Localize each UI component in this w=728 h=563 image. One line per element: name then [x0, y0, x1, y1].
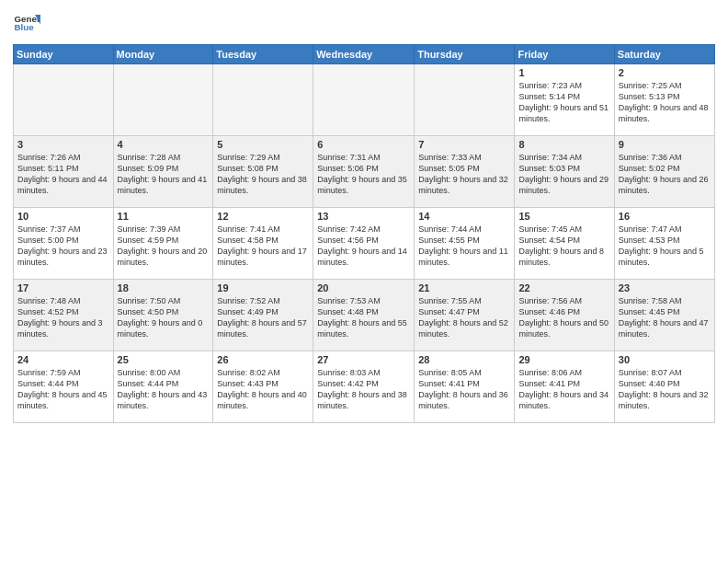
day-info: Sunrise: 7:58 AMSunset: 4:45 PMDaylight:… [619, 295, 711, 340]
day-info: Sunrise: 7:53 AMSunset: 4:48 PMDaylight:… [317, 295, 410, 340]
day-info: Sunrise: 7:23 AMSunset: 5:14 PMDaylight:… [518, 80, 609, 125]
day-cell-30: 30Sunrise: 8:07 AMSunset: 4:40 PMDayligh… [614, 351, 714, 423]
day-info: Sunrise: 7:28 AMSunset: 5:09 PMDaylight:… [118, 152, 210, 197]
day-cell-6: 6Sunrise: 7:31 AMSunset: 5:06 PMDaylight… [313, 136, 415, 208]
day-cell-empty-0 [14, 64, 114, 136]
day-cell-20: 20Sunrise: 7:53 AMSunset: 4:48 PMDayligh… [313, 280, 415, 351]
day-cell-5: 5Sunrise: 7:29 AMSunset: 5:08 PMDaylight… [213, 136, 313, 208]
day-info: Sunrise: 8:07 AMSunset: 4:40 PMDaylight:… [619, 367, 711, 412]
day-number: 7 [418, 139, 510, 150]
day-cell-4: 4Sunrise: 7:28 AMSunset: 5:09 PMDaylight… [113, 136, 213, 208]
day-cell-empty-4 [415, 64, 515, 136]
day-number: 14 [418, 211, 510, 222]
day-cell-21: 21Sunrise: 7:55 AMSunset: 4:47 PMDayligh… [415, 280, 515, 351]
day-number: 21 [418, 282, 510, 293]
day-cell-26: 26Sunrise: 8:02 AMSunset: 4:43 PMDayligh… [213, 351, 313, 423]
day-cell-15: 15Sunrise: 7:45 AMSunset: 4:54 PMDayligh… [515, 208, 614, 280]
day-number: 13 [317, 211, 410, 222]
day-cell-9: 9Sunrise: 7:36 AMSunset: 5:02 PMDaylight… [614, 136, 714, 208]
day-cell-empty-3 [313, 64, 415, 136]
day-info: Sunrise: 7:45 AMSunset: 4:54 PMDaylight:… [518, 224, 609, 269]
day-info: Sunrise: 7:31 AMSunset: 5:06 PMDaylight:… [317, 152, 410, 197]
day-cell-empty-2 [213, 64, 313, 136]
col-header-monday: Monday [113, 45, 213, 64]
week-row-4: 17Sunrise: 7:48 AMSunset: 4:52 PMDayligh… [14, 280, 715, 351]
day-info: Sunrise: 7:36 AMSunset: 5:02 PMDaylight:… [619, 152, 711, 197]
day-info: Sunrise: 7:39 AMSunset: 4:59 PMDaylight:… [118, 224, 210, 269]
svg-text:Blue: Blue [15, 22, 35, 32]
day-info: Sunrise: 8:00 AMSunset: 4:44 PMDaylight:… [118, 367, 210, 412]
day-number: 23 [619, 282, 711, 293]
day-number: 29 [518, 354, 609, 365]
day-number: 20 [317, 282, 410, 293]
day-number: 5 [217, 139, 309, 150]
day-number: 6 [317, 139, 410, 150]
day-info: Sunrise: 7:42 AMSunset: 4:56 PMDaylight:… [317, 224, 410, 269]
day-number: 10 [17, 211, 109, 222]
day-cell-12: 12Sunrise: 7:41 AMSunset: 4:58 PMDayligh… [213, 208, 313, 280]
day-cell-7: 7Sunrise: 7:33 AMSunset: 5:05 PMDaylight… [415, 136, 515, 208]
day-cell-10: 10Sunrise: 7:37 AMSunset: 5:00 PMDayligh… [14, 208, 114, 280]
day-info: Sunrise: 7:41 AMSunset: 4:58 PMDaylight:… [217, 224, 309, 269]
day-info: Sunrise: 7:25 AMSunset: 5:13 PMDaylight:… [619, 80, 711, 125]
day-info: Sunrise: 7:29 AMSunset: 5:08 PMDaylight:… [217, 152, 309, 197]
day-number: 4 [118, 139, 210, 150]
day-number: 1 [518, 67, 609, 78]
day-number: 28 [418, 354, 510, 365]
day-cell-25: 25Sunrise: 8:00 AMSunset: 4:44 PMDayligh… [113, 351, 213, 423]
day-info: Sunrise: 7:48 AMSunset: 4:52 PMDaylight:… [17, 295, 109, 340]
day-cell-11: 11Sunrise: 7:39 AMSunset: 4:59 PMDayligh… [113, 208, 213, 280]
day-cell-17: 17Sunrise: 7:48 AMSunset: 4:52 PMDayligh… [14, 280, 114, 351]
day-info: Sunrise: 7:44 AMSunset: 4:55 PMDaylight:… [418, 224, 510, 269]
day-cell-23: 23Sunrise: 7:58 AMSunset: 4:45 PMDayligh… [614, 280, 714, 351]
day-cell-22: 22Sunrise: 7:56 AMSunset: 4:46 PMDayligh… [515, 280, 614, 351]
day-cell-16: 16Sunrise: 7:47 AMSunset: 4:53 PMDayligh… [614, 208, 714, 280]
day-cell-empty-1 [113, 64, 213, 136]
day-cell-18: 18Sunrise: 7:50 AMSunset: 4:50 PMDayligh… [113, 280, 213, 351]
week-row-3: 10Sunrise: 7:37 AMSunset: 5:00 PMDayligh… [14, 208, 715, 280]
day-number: 18 [118, 282, 210, 293]
calendar: SundayMondayTuesdayWednesdayThursdayFrid… [13, 44, 715, 423]
col-header-saturday: Saturday [614, 45, 714, 64]
page-header: General Blue [13, 9, 715, 37]
day-cell-1: 1Sunrise: 7:23 AMSunset: 5:14 PMDaylight… [515, 64, 614, 136]
day-cell-28: 28Sunrise: 8:05 AMSunset: 4:41 PMDayligh… [415, 351, 515, 423]
day-number: 17 [17, 282, 109, 293]
day-number: 27 [317, 354, 410, 365]
day-info: Sunrise: 7:56 AMSunset: 4:46 PMDaylight:… [518, 295, 609, 340]
day-number: 15 [518, 211, 609, 222]
day-number: 16 [619, 211, 711, 222]
day-cell-2: 2Sunrise: 7:25 AMSunset: 5:13 PMDaylight… [614, 64, 714, 136]
day-cell-13: 13Sunrise: 7:42 AMSunset: 4:56 PMDayligh… [313, 208, 415, 280]
col-header-sunday: Sunday [14, 45, 114, 64]
day-cell-3: 3Sunrise: 7:26 AMSunset: 5:11 PMDaylight… [14, 136, 114, 208]
day-info: Sunrise: 8:06 AMSunset: 4:41 PMDaylight:… [518, 367, 609, 412]
day-info: Sunrise: 8:05 AMSunset: 4:41 PMDaylight:… [418, 367, 510, 412]
calendar-header-row: SundayMondayTuesdayWednesdayThursdayFrid… [14, 45, 715, 64]
week-row-5: 24Sunrise: 7:59 AMSunset: 4:44 PMDayligh… [14, 351, 715, 423]
logo: General Blue [13, 9, 40, 37]
day-number: 8 [518, 139, 609, 150]
day-cell-27: 27Sunrise: 8:03 AMSunset: 4:42 PMDayligh… [313, 351, 415, 423]
day-number: 24 [17, 354, 109, 365]
day-info: Sunrise: 7:37 AMSunset: 5:00 PMDaylight:… [17, 224, 109, 269]
day-info: Sunrise: 7:26 AMSunset: 5:11 PMDaylight:… [17, 152, 109, 197]
logo-icon: General Blue [13, 9, 40, 37]
day-number: 2 [619, 67, 711, 78]
day-number: 25 [118, 354, 210, 365]
day-cell-24: 24Sunrise: 7:59 AMSunset: 4:44 PMDayligh… [14, 351, 114, 423]
day-number: 19 [217, 282, 309, 293]
day-number: 11 [118, 211, 210, 222]
day-info: Sunrise: 7:50 AMSunset: 4:50 PMDaylight:… [118, 295, 210, 340]
col-header-friday: Friday [515, 45, 614, 64]
day-info: Sunrise: 8:02 AMSunset: 4:43 PMDaylight:… [217, 367, 309, 412]
day-info: Sunrise: 8:03 AMSunset: 4:42 PMDaylight:… [317, 367, 410, 412]
day-cell-19: 19Sunrise: 7:52 AMSunset: 4:49 PMDayligh… [213, 280, 313, 351]
day-info: Sunrise: 7:55 AMSunset: 4:47 PMDaylight:… [418, 295, 510, 340]
week-row-1: 1Sunrise: 7:23 AMSunset: 5:14 PMDaylight… [14, 64, 715, 136]
day-info: Sunrise: 7:52 AMSunset: 4:49 PMDaylight:… [217, 295, 309, 340]
day-info: Sunrise: 7:34 AMSunset: 5:03 PMDaylight:… [518, 152, 609, 197]
col-header-thursday: Thursday [415, 45, 515, 64]
day-info: Sunrise: 7:47 AMSunset: 4:53 PMDaylight:… [619, 224, 711, 269]
col-header-wednesday: Wednesday [313, 45, 415, 64]
